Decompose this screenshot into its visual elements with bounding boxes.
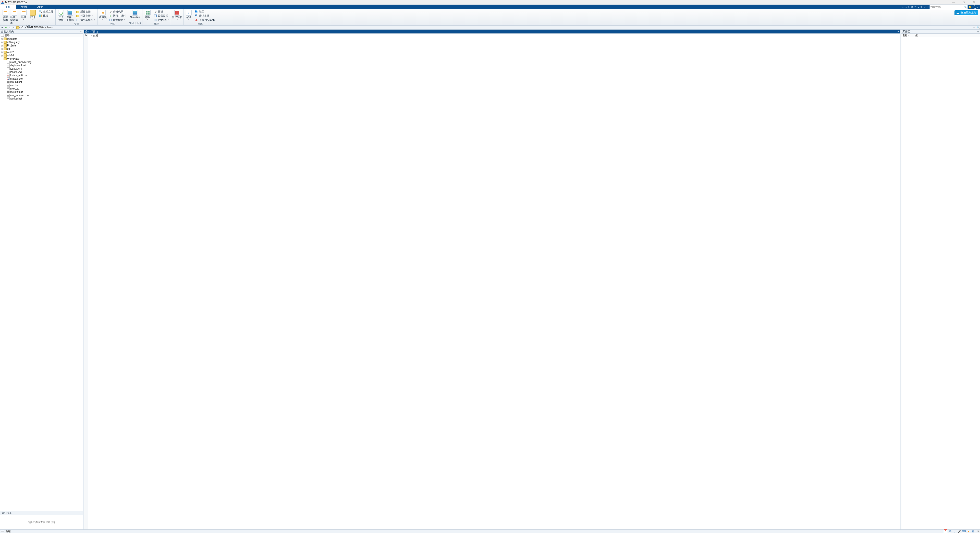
addons-button[interactable]: 附加功能▾	[172, 10, 182, 21]
command-window-header[interactable]: 命令行窗口 ⊙	[84, 30, 900, 34]
set-path-button[interactable]: 设置路径	[153, 14, 169, 18]
workspace-menu-icon[interactable]: ⊙	[977, 30, 979, 33]
find-files-button[interactable]: 查找文件	[38, 10, 54, 14]
quick-fwd-icon[interactable]: ⇒	[904, 5, 907, 9]
request-support-button[interactable]: 请求支持	[194, 14, 215, 18]
tree-item[interactable]: lcdata.xsd	[0, 70, 83, 74]
path-dropdown-button[interactable]: ▾	[972, 26, 976, 29]
quick-help-icon[interactable]: ?	[914, 5, 916, 9]
doc-search[interactable]: 🔍	[929, 5, 968, 9]
clear-workspace-button[interactable]: 清空工作区▾	[76, 18, 96, 22]
ime-keyboard-icon[interactable]: ⌨	[962, 530, 966, 533]
quick-back-icon[interactable]: ⇐	[901, 5, 904, 9]
quick-undo-icon[interactable]: ↺	[920, 5, 923, 9]
tree-item[interactable]: ⊞m3iregistry	[0, 41, 83, 44]
tree-item[interactable]: ⊞util	[0, 47, 83, 51]
maximize-button[interactable]: □	[959, 1, 969, 4]
ime-sogou-icon[interactable]: S	[944, 530, 947, 533]
tree-item[interactable]: lcdata_utf8.xml	[0, 74, 83, 77]
folder-icon	[3, 44, 6, 47]
tree-item[interactable]: ⊞win64	[0, 54, 83, 57]
quick-undock-icon[interactable]: ⤢	[923, 5, 926, 9]
tree-item[interactable]: mw_mpiexec.bat	[0, 94, 83, 97]
doc-search-input[interactable]	[930, 6, 964, 8]
expand-icon[interactable]: ⊞	[0, 48, 3, 50]
analyze-code-button[interactable]: 分析代码	[108, 10, 126, 14]
file-tree[interactable]: ⊞icutzdata⊞m3iregistry⊞Projects⊞util⊞win…	[0, 37, 83, 511]
quick-cut-icon[interactable]: ✂	[907, 5, 910, 9]
expand-icon[interactable]: ⊞	[0, 51, 3, 54]
open-button[interactable]: 打开▾	[29, 10, 37, 21]
tree-item[interactable]: matlab.exe	[0, 77, 83, 80]
new-script-button[interactable]: 新建 脚本	[1, 10, 10, 22]
new-variable-button[interactable]: 新建变量	[76, 10, 96, 14]
ime-settings-icon[interactable]: ⚙	[976, 530, 980, 533]
clear-commands-button[interactable]: 清除命令▾	[108, 18, 126, 22]
compare-button[interactable]: 比较	[38, 14, 54, 18]
tree-item[interactable]: crash_analyzer.cfg	[0, 60, 83, 64]
open-variable-button[interactable]: 打开变量▾	[76, 14, 96, 18]
path-search-icon[interactable]: 🔍	[976, 26, 980, 29]
parallel-button[interactable]: Parallel▾	[153, 18, 169, 22]
tree-item[interactable]: ⊞icutzdata	[0, 37, 83, 41]
tree-item[interactable]: deploytool.bat	[0, 64, 83, 67]
command-window-title: 命令行窗口	[85, 30, 98, 33]
community-button[interactable]: 社区	[194, 10, 215, 14]
ime-grid-icon[interactable]: ⊞	[971, 530, 975, 533]
command-window-menu-icon[interactable]: ⊙	[897, 30, 899, 33]
tree-item[interactable]: worker.bat	[0, 97, 83, 100]
quick-dd-icon[interactable]: ▾	[917, 5, 920, 9]
current-folder-menu-icon[interactable]: ⊙	[80, 30, 82, 33]
tab-app[interactable]: APP	[32, 5, 48, 9]
learn-matlab-button[interactable]: 了解 MATLAB	[194, 18, 215, 22]
name-column-label[interactable]: 名称	[5, 34, 10, 37]
expand-icon[interactable]: ⊞	[0, 41, 3, 44]
layout-button[interactable]: 布局▾	[143, 10, 152, 21]
expand-icon[interactable]: ⊞	[0, 45, 3, 47]
tree-item[interactable]: mex.bat	[0, 87, 83, 90]
fx-icon[interactable]: fx	[84, 34, 88, 530]
search-icon[interactable]: 🔍	[964, 6, 967, 8]
workspace-body[interactable]	[901, 37, 980, 530]
tree-item[interactable]: lcdata.xml	[0, 67, 83, 70]
upload-pill[interactable]: ☁ 拖拽至此上传	[955, 10, 978, 15]
simulink-button[interactable]: Simulink	[129, 10, 141, 19]
ws-name-column[interactable]: 名称	[902, 34, 907, 37]
compare-icon	[39, 14, 42, 18]
tree-item[interactable]: mcc.bat	[0, 84, 83, 87]
current-folder-header[interactable]: 当前文件夹 ⊙	[0, 30, 83, 34]
quick-copy-icon[interactable]: ⧉	[911, 5, 913, 9]
set-path-icon	[154, 14, 157, 18]
new-live-script-button[interactable]: 新建 实时脚本	[10, 10, 19, 25]
tab-plot[interactable]: 绘图	[16, 5, 32, 9]
quick-help2-icon[interactable]: ?	[926, 5, 929, 9]
save-workspace-button[interactable]: 保存 工作区	[66, 10, 75, 22]
preferences-button[interactable]: 预设	[153, 10, 169, 14]
ime-emoji-icon[interactable]: ☻	[967, 530, 970, 533]
learn-matlab-icon	[195, 18, 198, 22]
new-button[interactable]: 新建▾	[19, 10, 28, 21]
tab-home[interactable]: 主页	[0, 5, 16, 9]
tree-item[interactable]: ⊞Projects	[0, 44, 83, 47]
expand-icon[interactable]: ⊞	[0, 54, 3, 57]
command-prompt: >>	[89, 34, 92, 37]
minimize-button[interactable]: —	[948, 1, 959, 4]
ws-value-column[interactable]: 值	[915, 34, 918, 37]
workspace-header[interactable]: 工作区 ⊙	[901, 30, 980, 34]
ime-lang-icon[interactable]: 英	[948, 530, 952, 533]
run-and-time-button[interactable]: 运行并计时	[108, 14, 126, 18]
tree-item[interactable]: mexext.bat	[0, 90, 83, 94]
details-collapse-icon[interactable]: ˅	[80, 512, 82, 514]
tree-item[interactable]: WorkPlace	[0, 57, 83, 60]
ime-mic-icon[interactable]: 🎤	[958, 530, 961, 533]
notification-bell-icon[interactable]: 🔔	[968, 6, 971, 8]
import-data-button[interactable]: 导入 数据	[57, 10, 65, 22]
expand-icon[interactable]: ⊞	[0, 38, 3, 40]
command-window-body[interactable]: fx >>exit	[84, 34, 900, 530]
tree-item[interactable]: mbuild.bat	[0, 80, 83, 84]
ime-sep-icon[interactable]: ,	[953, 530, 956, 533]
help-button[interactable]: 帮助▾	[185, 10, 193, 21]
favorites-button[interactable]: 收藏夹▾	[99, 10, 107, 21]
tree-item[interactable]: ⊞win32	[0, 51, 83, 54]
command-line[interactable]: >>exit	[88, 34, 900, 530]
